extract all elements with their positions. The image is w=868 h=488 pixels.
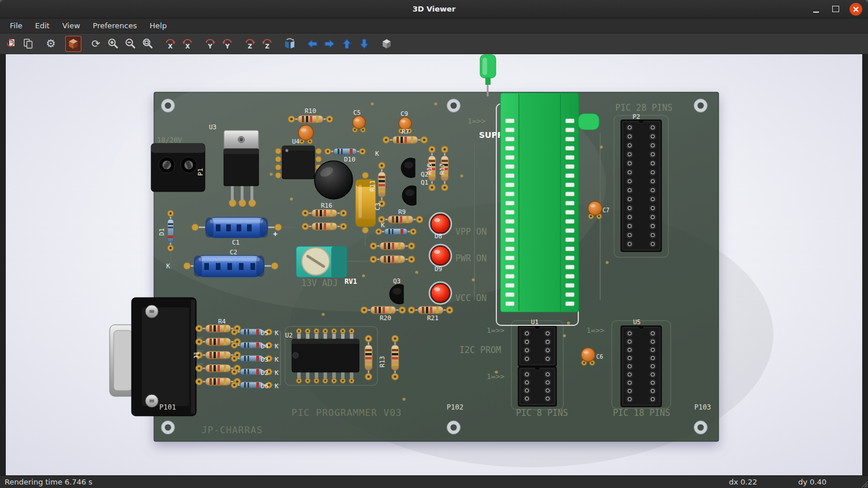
rendering-time-status: Rendering time 6.746 s bbox=[5, 478, 92, 486]
zif-pin-slot bbox=[566, 228, 574, 232]
zoom-fit-button[interactable] bbox=[140, 36, 156, 52]
zif-pin-slot bbox=[566, 265, 574, 269]
zif-pin-slot bbox=[506, 274, 514, 278]
socket-u1-a bbox=[518, 326, 556, 366]
mounting-hole bbox=[694, 99, 708, 112]
via bbox=[460, 174, 463, 177]
zif-pin-slot bbox=[566, 183, 574, 187]
zif-pin-slot bbox=[506, 228, 514, 232]
silkscreen-label: C1 bbox=[232, 239, 240, 246]
silkscreen-label: R20 bbox=[380, 314, 391, 322]
zif-pin-slot bbox=[506, 283, 514, 287]
zif-pin-slot bbox=[506, 164, 514, 168]
silkscreen-label: K bbox=[275, 343, 279, 350]
move-up-button[interactable] bbox=[339, 36, 355, 52]
silkscreen-label: D8 bbox=[435, 232, 442, 240]
rotate-x-ccw-button[interactable]: X bbox=[179, 36, 196, 52]
zif-pin-slot bbox=[566, 201, 574, 205]
svg-text:Y: Y bbox=[225, 43, 230, 50]
zif-pin-slot bbox=[506, 147, 514, 151]
silkscreen-label: C5 bbox=[353, 109, 361, 117]
via bbox=[415, 271, 418, 273]
resize-grip[interactable] bbox=[860, 481, 867, 487]
via bbox=[563, 334, 566, 337]
menu-help[interactable]: Help bbox=[143, 19, 173, 32]
svg-text:Y: Y bbox=[207, 43, 212, 50]
trimmer-rv1 bbox=[296, 246, 347, 277]
zif-pin-slot bbox=[566, 192, 574, 196]
rotate-y-ccw-button[interactable]: Y bbox=[219, 36, 235, 52]
zif-pin-slot bbox=[566, 256, 574, 260]
orthographic-projection-button[interactable] bbox=[379, 36, 395, 52]
menu-edit[interactable]: Edit bbox=[29, 19, 56, 32]
silkscreen-label: D9 bbox=[435, 265, 442, 273]
silkscreen-label: C6 bbox=[596, 354, 603, 360]
silkscreen-label: P102 bbox=[447, 403, 463, 411]
move-left-button[interactable] bbox=[304, 36, 320, 52]
zif-pin-slot bbox=[506, 192, 514, 196]
menu-view[interactable]: View bbox=[56, 19, 87, 32]
silkscreen-label: R21 bbox=[427, 314, 439, 322]
statusbar: Rendering time 6.746 s dx 0.22 dy 0.40 bbox=[0, 475, 868, 488]
rotate-z-ccw-button[interactable]: Z bbox=[259, 36, 275, 52]
zif-pin-slot bbox=[566, 128, 574, 132]
zoom-out-button[interactable] bbox=[122, 36, 139, 52]
silkscreen-label: 1=>> bbox=[467, 117, 485, 125]
pcb-3d-canvas[interactable]: SUPP40 bbox=[6, 54, 862, 475]
zif-pin-slot bbox=[566, 155, 574, 159]
move-down-button[interactable] bbox=[356, 36, 372, 52]
zif-pin-slot bbox=[506, 219, 514, 223]
rotate-y-cw-button[interactable]: Y bbox=[202, 36, 218, 52]
silkscreen-label: PIC 8 PINS bbox=[516, 408, 568, 418]
silkscreen-label: D3 bbox=[261, 356, 268, 363]
silkscreen-label: J1 bbox=[193, 351, 200, 359]
zif-lever-arm bbox=[578, 114, 599, 130]
silkscreen-label: U3 bbox=[209, 123, 216, 131]
zif-pin-slot bbox=[506, 174, 514, 178]
zif-pin-slot bbox=[566, 219, 574, 223]
rotate-z-cw-button[interactable]: Z bbox=[242, 36, 258, 52]
silkscreen-label: 1=>> bbox=[586, 326, 604, 335]
maximize-button[interactable] bbox=[830, 3, 841, 15]
silkscreen-label: C3 bbox=[374, 202, 381, 210]
move-right-button[interactable] bbox=[321, 36, 338, 52]
redraw-button[interactable]: ⟳ bbox=[88, 36, 104, 52]
zif-pin-slot bbox=[566, 302, 574, 306]
silkscreen-label: I2C PROM bbox=[459, 345, 501, 355]
raytracing-button[interactable] bbox=[65, 36, 81, 52]
mounting-hole bbox=[162, 421, 175, 434]
via bbox=[605, 261, 608, 264]
zoom-in-button[interactable] bbox=[105, 36, 121, 52]
menu-preferences[interactable]: Preferences bbox=[87, 19, 143, 32]
via bbox=[472, 278, 474, 281]
zif-pin-slot bbox=[566, 274, 574, 278]
silkscreen-label: RV1 bbox=[345, 277, 357, 286]
zif-pin-slot bbox=[506, 119, 514, 123]
silkscreen-label: D1 bbox=[158, 228, 166, 235]
zif-pin-slot bbox=[566, 292, 574, 296]
silkscreen-label: C2 bbox=[230, 249, 237, 256]
silkscreen-label: VPP ON bbox=[455, 227, 487, 237]
rotate-x-cw-button[interactable]: X bbox=[162, 36, 178, 52]
silkscreen-label: K bbox=[275, 329, 279, 337]
copy-image-button[interactable] bbox=[20, 36, 36, 52]
zif-pin-slot bbox=[566, 247, 574, 251]
window-title: 3D Viewer bbox=[0, 5, 868, 13]
silkscreen-label: R17 bbox=[439, 163, 446, 175]
power-terminal-block bbox=[151, 144, 205, 192]
zif-pin-slot bbox=[506, 155, 514, 159]
close-button[interactable] bbox=[850, 3, 862, 16]
silkscreen-label: R9 bbox=[398, 208, 406, 216]
zif-pin-slot bbox=[506, 247, 514, 251]
via bbox=[321, 313, 324, 316]
silkscreen-label: PWR ON bbox=[455, 253, 487, 264]
titlebar[interactable]: 3D Viewer bbox=[0, 0, 868, 18]
flip-board-button[interactable] bbox=[282, 36, 298, 52]
silkscreen-label: R16 bbox=[321, 202, 332, 209]
render-options-button[interactable]: ⚙ bbox=[43, 36, 59, 52]
toolbar: ⚙⟳XXYYZZ bbox=[0, 33, 868, 54]
3d-viewport[interactable]: SUPP40 bbox=[6, 54, 862, 475]
minimize-button[interactable] bbox=[810, 3, 822, 15]
reload-board-button[interactable] bbox=[3, 36, 19, 52]
menu-file[interactable]: File bbox=[3, 19, 29, 32]
